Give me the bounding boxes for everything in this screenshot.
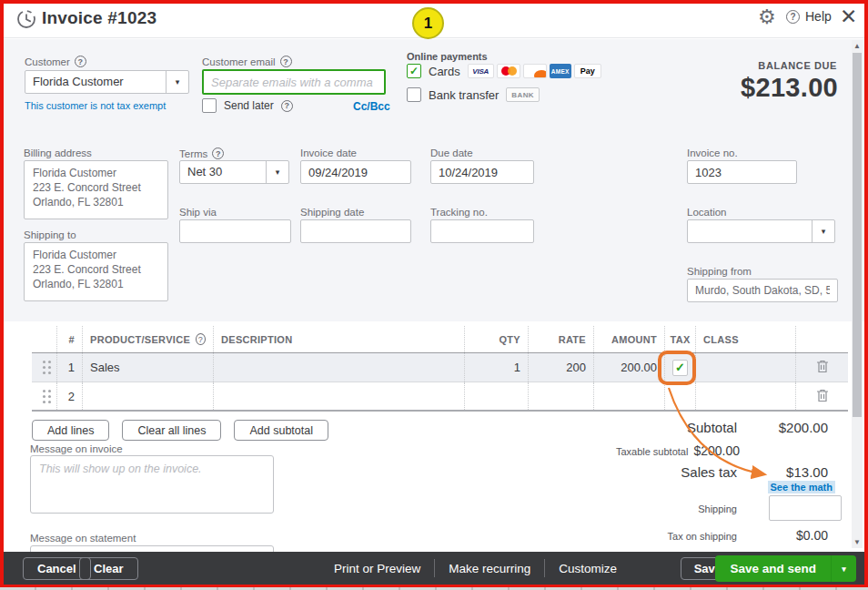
tracking-no-input[interactable]: [430, 219, 534, 243]
invoice-no-input[interactable]: [687, 160, 797, 184]
amount-cell[interactable]: 200.00: [593, 353, 664, 381]
close-icon[interactable]: ✕: [840, 5, 857, 29]
shipping-date-input[interactable]: [300, 219, 411, 243]
class-cell[interactable]: [695, 382, 795, 410]
footer-bar: Cancel Clear Print or Preview Make recur…: [0, 552, 868, 585]
customer-email-input[interactable]: [202, 69, 386, 95]
cards-label: Cards: [429, 65, 460, 78]
cards-checkbox[interactable]: ✓: [407, 64, 421, 78]
ship-via-input[interactable]: [179, 219, 291, 243]
apple-pay-icon: Pay: [574, 64, 601, 78]
drag-handle-icon[interactable]: [43, 361, 45, 363]
qty-cell[interactable]: 1: [464, 353, 528, 381]
message-on-invoice-label: Message on invoice: [30, 443, 123, 454]
rate-cell[interactable]: 200: [528, 353, 593, 381]
cards-row: ✓ Cards VISA AMEX Pay: [407, 64, 601, 78]
taxable-subtotal-value: $200.00: [693, 443, 740, 458]
vertical-scrollbar[interactable]: ▲ ▼: [852, 40, 863, 548]
invoice-window: Invoice #1023 ⚙ ? Help ✕ ▲ ▼ Customer? F…: [0, 0, 868, 590]
location-select[interactable]: ▾: [687, 219, 835, 243]
product-help-icon: ?: [196, 333, 206, 345]
help-question-icon: ?: [786, 10, 800, 24]
qty-cell[interactable]: [464, 382, 528, 410]
invoice-no-label: Invoice no.: [687, 148, 738, 158]
tax-exempt-link[interactable]: This customer is not tax exempt: [25, 100, 166, 111]
subtotal-value: $200.00: [779, 420, 828, 435]
message-on-invoice-textarea[interactable]: [30, 455, 274, 514]
trash-icon[interactable]: [816, 359, 829, 376]
annotation-tax-highlight: [658, 351, 696, 385]
bank-badge: BANK: [506, 87, 540, 102]
chevron-down-icon[interactable]: ▾: [166, 71, 188, 93]
customer-select[interactable]: Florida Customer ▾: [25, 70, 189, 94]
terms-help-icon: ?: [212, 148, 224, 159]
email-help-icon: ?: [280, 56, 292, 67]
shipping-date-label: Shipping date: [300, 207, 364, 218]
tax-exempt-link-wrap: This customer is not tax exempt: [25, 100, 166, 111]
invoice-date-input[interactable]: [300, 160, 411, 184]
chevron-down-icon[interactable]: ▾: [266, 161, 288, 183]
sales-tax-label: Sales tax: [681, 464, 737, 480]
save-and-send-button[interactable]: Save and send ▾: [715, 555, 856, 582]
footer-middle-actions: Print or Preview Make recurring Customiz…: [320, 552, 631, 585]
annotation-step-badge: 1: [412, 7, 444, 39]
discover-card-icon: [523, 64, 547, 78]
col-header-qty: QTY: [464, 326, 528, 352]
amex-card-icon: AMEX: [550, 64, 571, 78]
ccbcc-link[interactable]: Cc/Bcc: [353, 100, 390, 113]
bank-transfer-checkbox[interactable]: [407, 87, 421, 102]
balance-due-label: BALANCE DUE: [758, 60, 837, 71]
send-later-row: Send later ?: [202, 98, 293, 113]
see-the-math-link[interactable]: See the math: [771, 482, 833, 493]
table-row: 2: [32, 382, 848, 412]
customer-label: Customer?: [25, 56, 86, 67]
gear-icon[interactable]: ⚙: [758, 5, 776, 29]
row-number: 1: [56, 353, 82, 381]
product-cell[interactable]: [82, 382, 213, 410]
chevron-down-icon[interactable]: ▾: [812, 220, 834, 242]
description-cell[interactable]: [213, 382, 464, 410]
shipping-to-field[interactable]: Florida Customer 223 E. Concord Street O…: [24, 242, 168, 301]
taxable-subtotal-label: Taxable subtotal: [616, 446, 689, 457]
rate-cell[interactable]: [528, 382, 593, 410]
taxable-subtotal-line: Taxable subtotal $200.00: [616, 443, 740, 458]
add-subtotal-button[interactable]: Add subtotal: [234, 420, 328, 441]
line-items-table: # PRODUCT/SERVICE ? DESCRIPTION QTY RATE…: [32, 326, 848, 412]
customer-help-icon: ?: [75, 56, 86, 67]
clear-button[interactable]: Clear: [79, 557, 138, 580]
shipping-amount-input[interactable]: [769, 495, 842, 521]
shipping-to-label: Shipping to: [24, 229, 76, 240]
amount-cell[interactable]: [593, 382, 664, 410]
terms-select[interactable]: Net 30 ▾: [179, 160, 289, 184]
ccbcc-wrap: Cc/Bcc: [353, 100, 390, 113]
scrollbar-thumb[interactable]: [853, 53, 862, 417]
save-options-caret-icon[interactable]: ▾: [831, 555, 856, 582]
bank-transfer-row: Bank transfer BANK: [407, 87, 540, 102]
add-lines-button[interactable]: Add lines: [32, 420, 109, 441]
scroll-down-icon[interactable]: ▼: [852, 538, 863, 546]
sales-tax-value: $13.00: [786, 464, 828, 480]
description-cell[interactable]: [213, 353, 464, 381]
row-number: 2: [56, 382, 82, 410]
scroll-up-icon[interactable]: ▲: [852, 42, 863, 50]
clear-all-lines-button[interactable]: Clear all lines: [122, 420, 221, 441]
class-cell[interactable]: [695, 353, 795, 381]
due-date-input[interactable]: [430, 160, 534, 184]
table-buttons: Add lines Clear all lines Add subtotal: [32, 420, 328, 441]
message-on-statement-label: Message on statement: [30, 533, 136, 544]
shipping-label: Shipping: [698, 504, 737, 514]
make-recurring-button[interactable]: Make recurring: [435, 562, 544, 575]
customize-button[interactable]: Customize: [545, 562, 631, 575]
invoice-date-label: Invoice date: [300, 148, 357, 158]
trash-icon[interactable]: [816, 388, 829, 405]
drag-handle-icon[interactable]: [43, 390, 45, 392]
send-later-help-icon: ?: [281, 100, 293, 112]
print-or-preview-button[interactable]: Print or Preview: [320, 562, 434, 575]
billing-address-field[interactable]: Florida Customer 223 E. Concord Street O…: [24, 160, 168, 219]
shipping-from-input[interactable]: [687, 279, 838, 302]
send-later-checkbox[interactable]: [202, 98, 217, 113]
col-header-product: PRODUCT/SERVICE ?: [82, 326, 213, 352]
product-cell[interactable]: Sales: [82, 353, 213, 381]
tax-on-shipping-label: Tax on shipping: [668, 531, 737, 542]
help-button[interactable]: ? Help: [786, 9, 832, 24]
